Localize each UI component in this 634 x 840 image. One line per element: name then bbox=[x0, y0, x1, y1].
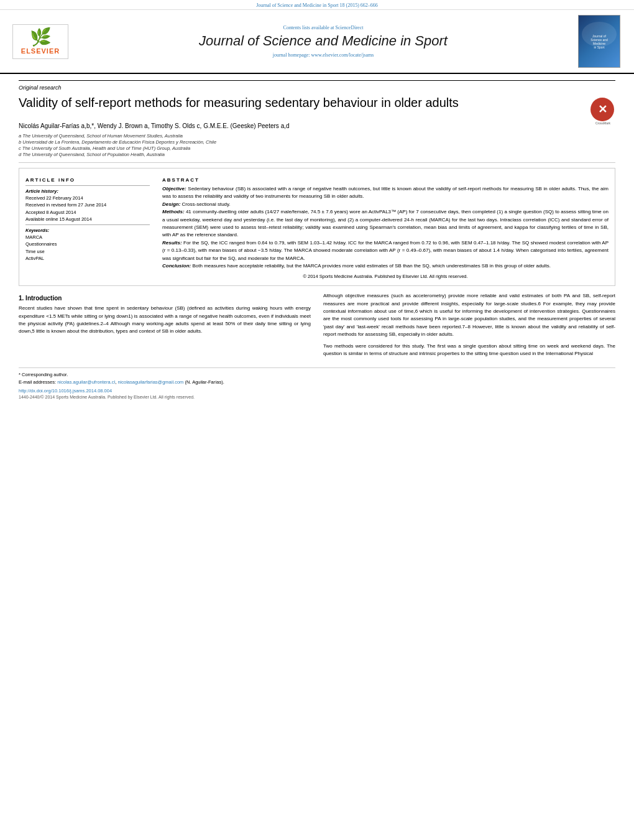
paper-title: Validity of self-report methods for meas… bbox=[19, 95, 459, 111]
methods-text: 41 community-dwelling older adults (14/2… bbox=[162, 209, 609, 238]
history-label: Article history: bbox=[25, 188, 150, 194]
elsevier-brand: ELSEVIER bbox=[17, 47, 64, 55]
body-two-col: 1. Introduction Recent studies have show… bbox=[19, 292, 615, 361]
design-text: Cross-sectional study. bbox=[182, 201, 231, 207]
section-label: Original research bbox=[19, 80, 615, 91]
keywords-divider bbox=[25, 224, 150, 225]
title-row: Validity of self-report methods for meas… bbox=[19, 95, 615, 122]
content-area: Original research Validity of self-repor… bbox=[0, 74, 634, 405]
article-info: ARTICLE INFO Article history: Received 2… bbox=[25, 177, 150, 279]
keywords-label: Keywords: bbox=[25, 228, 150, 233]
history-date-4: Available online 15 August 2014 bbox=[25, 216, 150, 223]
cover-image: Journal ofScience andMedicinein Sport bbox=[578, 15, 620, 68]
info-abstract-box: ARTICLE INFO Article history: Received 2… bbox=[19, 168, 615, 286]
corresponding-author: * Corresponding author. bbox=[19, 371, 615, 378]
affiliation-b: b Universidad de La Frontera, Departamen… bbox=[19, 139, 615, 145]
history-date-1: Received 22 February 2014 bbox=[25, 195, 150, 201]
keyword-1: MARCA bbox=[25, 234, 150, 241]
results-text: For the SQ, the ICC ranged from 0.64 to … bbox=[162, 240, 609, 261]
copyright-line: © 2014 Sports Medicine Australia. Publis… bbox=[162, 274, 609, 279]
two-column-info: ARTICLE INFO Article history: Received 2… bbox=[25, 177, 609, 279]
abstract-col: ABSTRACT Objective: Sedentary behaviour … bbox=[162, 177, 609, 279]
affiliation-d: d The University of Queensland, School o… bbox=[19, 152, 615, 157]
journal-header: 🌿 ELSEVIER Contents lists available at S… bbox=[0, 10, 634, 74]
body-right-col: Although objective measures (such as acc… bbox=[323, 292, 615, 361]
crossmark: ✕ CrossMark bbox=[590, 98, 615, 122]
email-2[interactable]: nicolasaguilarfarias@gmail.com bbox=[117, 379, 183, 385]
affiliation-c: c The University of South Australia, Hea… bbox=[19, 145, 615, 151]
keyword-3: Time use bbox=[25, 248, 150, 255]
design-label: Design: bbox=[162, 201, 180, 207]
conclusion-text: Both measures have acceptable reliabilit… bbox=[192, 263, 551, 269]
crossmark-icon: ✕ bbox=[590, 98, 614, 121]
history-date-2: Received in revised form 27 June 2014 bbox=[25, 201, 150, 208]
footnotes: * Corresponding author. E-mail addresses… bbox=[19, 367, 615, 399]
homepage-link[interactable]: www.elsevier.com/locate/jsams bbox=[311, 52, 374, 58]
intro-right-text-2: Two methods were considered for this stu… bbox=[323, 343, 615, 358]
section1-title: 1. Introduction bbox=[19, 295, 311, 302]
intro-left-text: Recent studies have shown that time spen… bbox=[19, 305, 311, 336]
sciencedirect-link[interactable]: ScienceDirect bbox=[336, 25, 364, 30]
email-1[interactable]: nicolas.aguilar@ufrontera.cl bbox=[57, 379, 115, 385]
article-info-heading: ARTICLE INFO bbox=[25, 177, 150, 183]
abstract-text: Objective: Sedentary behaviour (SB) is a… bbox=[162, 185, 609, 270]
elsevier-tree-icon: 🌿 bbox=[17, 29, 64, 46]
doi-line[interactable]: http://dx.doi.org/10.1016/j.jsams.2014.0… bbox=[19, 388, 615, 394]
results-label: Results: bbox=[162, 240, 182, 246]
objective-text: Sedentary behaviour (SB) is associated w… bbox=[162, 186, 609, 199]
history-date-3: Accepted 8 August 2014 bbox=[25, 209, 150, 216]
info-divider bbox=[25, 185, 150, 186]
body-left-col: 1. Introduction Recent studies have show… bbox=[19, 292, 311, 361]
email-label: E-mail addresses: bbox=[19, 379, 56, 385]
intro-right-text-1: Although objective measures (such as acc… bbox=[323, 292, 615, 338]
email-line: E-mail addresses: nicolas.aguilar@ufront… bbox=[19, 379, 615, 385]
keyword-4: ActivPAL bbox=[25, 255, 150, 262]
authors: Nicolás Aguilar-Farías a,b,*, Wendy J. B… bbox=[19, 122, 615, 129]
methods-label: Methods: bbox=[162, 209, 185, 215]
elsevier-logo: 🌿 ELSEVIER bbox=[12, 24, 68, 59]
license-line: 1440-2440/© 2014 Sports Medicine Austral… bbox=[19, 395, 615, 399]
sciencedirect-line: Contents lists available at ScienceDirec… bbox=[81, 25, 566, 30]
objective-label: Objective: bbox=[162, 186, 186, 192]
journal-homepage: journal homepage: www.elsevier.com/locat… bbox=[81, 52, 566, 58]
journal-cover: Journal ofScience andMedicinein Sport bbox=[578, 15, 622, 68]
affiliations: a The University of Queensland, School o… bbox=[19, 133, 615, 157]
divider-1 bbox=[19, 162, 615, 163]
journal-banner: Journal of Science and Medicine in Sport… bbox=[0, 0, 634, 10]
conclusion-label: Conclusion: bbox=[162, 263, 191, 269]
keyword-2: Questionnaires bbox=[25, 241, 150, 247]
journal-title: Journal of Science and Medicine in Sport bbox=[81, 33, 566, 49]
journal-reference: Journal of Science and Medicine in Sport… bbox=[256, 2, 378, 8]
affiliation-a: a The University of Queensland, School o… bbox=[19, 133, 615, 139]
abstract-heading: ABSTRACT bbox=[162, 177, 609, 183]
crossmark-label: CrossMark bbox=[590, 121, 615, 125]
cover-text: Journal ofScience andMedicinein Sport bbox=[589, 33, 609, 50]
email-suffix: (N. Aguilar-Farías). bbox=[185, 379, 224, 385]
journal-center: Contents lists available at ScienceDirec… bbox=[81, 25, 566, 57]
page: Journal of Science and Medicine in Sport… bbox=[0, 0, 634, 840]
